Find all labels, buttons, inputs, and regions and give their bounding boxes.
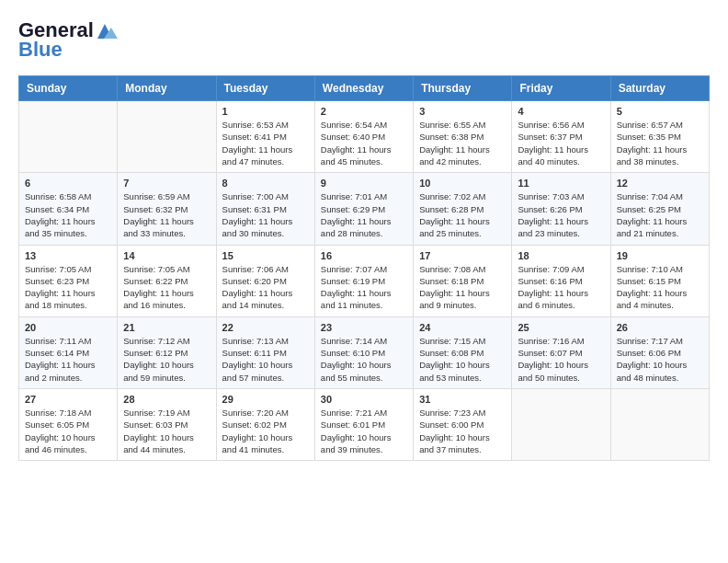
- day-number: 22: [222, 322, 309, 333]
- calendar-cell: 13Sunrise: 7:05 AM Sunset: 6:23 PM Dayli…: [19, 245, 118, 316]
- calendar-cell: 29Sunrise: 7:20 AM Sunset: 6:02 PM Dayli…: [216, 388, 314, 460]
- day-number: 25: [518, 322, 604, 333]
- day-number: 24: [419, 322, 506, 333]
- day-info: Sunrise: 7:08 AM Sunset: 6:18 PM Dayligh…: [419, 263, 506, 312]
- logo-container: General Blue: [18, 18, 119, 61]
- day-number: 10: [419, 178, 506, 189]
- day-number: 21: [123, 322, 210, 333]
- calendar-cell: 17Sunrise: 7:08 AM Sunset: 6:18 PM Dayli…: [414, 245, 512, 316]
- weekday-sunday: Sunday: [19, 76, 118, 101]
- calendar-cell: 16Sunrise: 7:07 AM Sunset: 6:19 PM Dayli…: [314, 245, 413, 316]
- calendar-cell: 20Sunrise: 7:11 AM Sunset: 6:14 PM Dayli…: [19, 316, 118, 388]
- day-info: Sunrise: 7:00 AM Sunset: 6:31 PM Dayligh…: [222, 190, 309, 239]
- day-info: Sunrise: 7:05 AM Sunset: 6:23 PM Dayligh…: [25, 263, 111, 312]
- calendar-cell: 26Sunrise: 7:17 AM Sunset: 6:06 PM Dayli…: [610, 316, 709, 388]
- day-info: Sunrise: 7:23 AM Sunset: 6:00 PM Dayligh…: [419, 407, 506, 455]
- day-info: Sunrise: 6:55 AM Sunset: 6:38 PM Dayligh…: [419, 119, 506, 167]
- calendar-cell: 11Sunrise: 7:03 AM Sunset: 6:26 PM Dayli…: [512, 173, 610, 245]
- day-number: 2: [321, 106, 407, 117]
- day-info: Sunrise: 7:15 AM Sunset: 6:08 PM Dayligh…: [419, 335, 506, 384]
- logo-icon: [96, 18, 119, 42]
- day-number: 18: [518, 250, 604, 261]
- page-header: General Blue: [18, 18, 710, 61]
- calendar-cell: 24Sunrise: 7:15 AM Sunset: 6:08 PM Dayli…: [414, 316, 512, 388]
- weekday-friday: Friday: [512, 76, 610, 101]
- calendar-cell: [118, 101, 216, 173]
- day-info: Sunrise: 7:06 AM Sunset: 6:20 PM Dayligh…: [222, 263, 309, 312]
- calendar-cell: [19, 101, 118, 173]
- day-info: Sunrise: 7:18 AM Sunset: 6:05 PM Dayligh…: [25, 407, 111, 455]
- day-info: Sunrise: 7:07 AM Sunset: 6:19 PM Dayligh…: [321, 263, 407, 312]
- day-info: Sunrise: 7:03 AM Sunset: 6:26 PM Dayligh…: [518, 190, 604, 239]
- weekday-monday: Monday: [118, 76, 216, 101]
- day-info: Sunrise: 7:09 AM Sunset: 6:16 PM Dayligh…: [518, 263, 604, 312]
- day-info: Sunrise: 6:56 AM Sunset: 6:37 PM Dayligh…: [518, 119, 604, 167]
- calendar-cell: 5Sunrise: 6:57 AM Sunset: 6:35 PM Daylig…: [610, 101, 709, 173]
- day-info: Sunrise: 7:02 AM Sunset: 6:28 PM Dayligh…: [419, 190, 506, 239]
- week-row-3: 13Sunrise: 7:05 AM Sunset: 6:23 PM Dayli…: [19, 245, 710, 316]
- day-number: 17: [419, 250, 506, 261]
- day-info: Sunrise: 7:12 AM Sunset: 6:12 PM Dayligh…: [123, 335, 210, 384]
- day-number: 29: [222, 394, 309, 405]
- day-number: 7: [123, 178, 210, 189]
- day-number: 14: [123, 250, 210, 261]
- day-number: 8: [222, 178, 309, 189]
- day-number: 23: [321, 322, 407, 333]
- day-info: Sunrise: 7:19 AM Sunset: 6:03 PM Dayligh…: [123, 407, 210, 455]
- calendar-cell: 1Sunrise: 6:53 AM Sunset: 6:41 PM Daylig…: [216, 101, 314, 173]
- day-number: 4: [518, 106, 604, 117]
- calendar-cell: [610, 388, 709, 460]
- calendar-cell: 12Sunrise: 7:04 AM Sunset: 6:25 PM Dayli…: [610, 173, 709, 245]
- week-row-5: 27Sunrise: 7:18 AM Sunset: 6:05 PM Dayli…: [19, 388, 710, 460]
- day-info: Sunrise: 7:05 AM Sunset: 6:22 PM Dayligh…: [123, 263, 210, 312]
- day-number: 20: [25, 322, 111, 333]
- week-row-4: 20Sunrise: 7:11 AM Sunset: 6:14 PM Dayli…: [19, 316, 710, 388]
- calendar: SundayMondayTuesdayWednesdayThursdayFrid…: [18, 75, 710, 461]
- day-number: 15: [222, 250, 309, 261]
- day-number: 13: [25, 250, 111, 261]
- day-info: Sunrise: 7:01 AM Sunset: 6:29 PM Dayligh…: [321, 190, 407, 239]
- weekday-wednesday: Wednesday: [314, 76, 413, 101]
- calendar-cell: 22Sunrise: 7:13 AM Sunset: 6:11 PM Dayli…: [216, 316, 314, 388]
- day-number: 3: [419, 106, 506, 117]
- day-number: 16: [321, 250, 407, 261]
- calendar-cell: 4Sunrise: 6:56 AM Sunset: 6:37 PM Daylig…: [512, 101, 610, 173]
- calendar-cell: 2Sunrise: 6:54 AM Sunset: 6:40 PM Daylig…: [314, 101, 413, 173]
- calendar-cell: 10Sunrise: 7:02 AM Sunset: 6:28 PM Dayli…: [414, 173, 512, 245]
- calendar-cell: 3Sunrise: 6:55 AM Sunset: 6:38 PM Daylig…: [414, 101, 512, 173]
- weekday-saturday: Saturday: [610, 76, 709, 101]
- weekday-tuesday: Tuesday: [216, 76, 314, 101]
- calendar-cell: 18Sunrise: 7:09 AM Sunset: 6:16 PM Dayli…: [512, 245, 610, 316]
- calendar-cell: 6Sunrise: 6:58 AM Sunset: 6:34 PM Daylig…: [19, 173, 118, 245]
- day-number: 12: [617, 178, 703, 189]
- calendar-cell: 23Sunrise: 7:14 AM Sunset: 6:10 PM Dayli…: [314, 316, 413, 388]
- day-number: 26: [617, 322, 703, 333]
- day-info: Sunrise: 7:21 AM Sunset: 6:01 PM Dayligh…: [321, 407, 407, 455]
- day-info: Sunrise: 6:59 AM Sunset: 6:32 PM Dayligh…: [123, 190, 210, 239]
- day-number: 31: [419, 394, 506, 405]
- day-info: Sunrise: 7:17 AM Sunset: 6:06 PM Dayligh…: [617, 335, 703, 384]
- weekday-header-row: SundayMondayTuesdayWednesdayThursdayFrid…: [19, 76, 710, 101]
- day-info: Sunrise: 7:10 AM Sunset: 6:15 PM Dayligh…: [617, 263, 703, 312]
- calendar-cell: 31Sunrise: 7:23 AM Sunset: 6:00 PM Dayli…: [414, 388, 512, 460]
- day-number: 9: [321, 178, 407, 189]
- calendar-cell: 19Sunrise: 7:10 AM Sunset: 6:15 PM Dayli…: [610, 245, 709, 316]
- calendar-cell: 9Sunrise: 7:01 AM Sunset: 6:29 PM Daylig…: [314, 173, 413, 245]
- calendar-cell: 7Sunrise: 6:59 AM Sunset: 6:32 PM Daylig…: [118, 173, 216, 245]
- day-number: 5: [617, 106, 703, 117]
- day-info: Sunrise: 6:53 AM Sunset: 6:41 PM Dayligh…: [222, 119, 309, 167]
- day-info: Sunrise: 7:11 AM Sunset: 6:14 PM Dayligh…: [25, 335, 111, 384]
- day-number: 27: [25, 394, 111, 405]
- calendar-cell: 27Sunrise: 7:18 AM Sunset: 6:05 PM Dayli…: [19, 388, 118, 460]
- calendar-cell: 30Sunrise: 7:21 AM Sunset: 6:01 PM Dayli…: [314, 388, 413, 460]
- day-number: 11: [518, 178, 604, 189]
- calendar-body: 1Sunrise: 6:53 AM Sunset: 6:41 PM Daylig…: [19, 101, 710, 461]
- day-number: 19: [617, 250, 703, 261]
- logo: General Blue: [18, 18, 119, 61]
- calendar-cell: 21Sunrise: 7:12 AM Sunset: 6:12 PM Dayli…: [118, 316, 216, 388]
- calendar-cell: 14Sunrise: 7:05 AM Sunset: 6:22 PM Dayli…: [118, 245, 216, 316]
- day-info: Sunrise: 7:16 AM Sunset: 6:07 PM Dayligh…: [518, 335, 604, 384]
- calendar-cell: [512, 388, 610, 460]
- day-number: 1: [222, 106, 309, 117]
- day-info: Sunrise: 6:58 AM Sunset: 6:34 PM Dayligh…: [25, 190, 111, 239]
